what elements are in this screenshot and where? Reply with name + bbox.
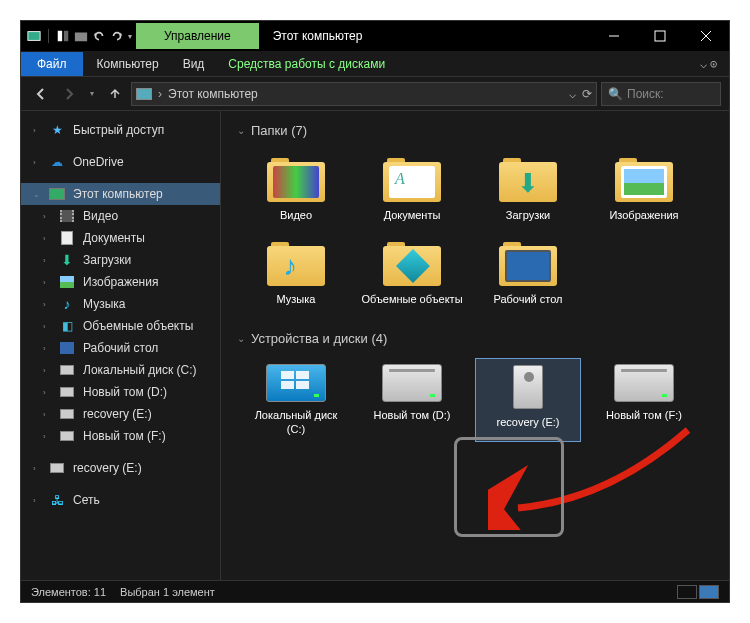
svg-rect-3 (75, 33, 87, 42)
undo-icon[interactable] (92, 29, 106, 43)
drive-d[interactable]: Новый том (D:) (359, 358, 465, 443)
sidebar-network[interactable]: ›🖧Сеть (21, 489, 220, 511)
address-bar[interactable]: › Этот компьютер ⌵ ⟳ (131, 82, 597, 106)
sidebar-item-downloads[interactable]: ›⬇Загрузки (21, 249, 220, 271)
sidebar-item-desktop[interactable]: ›Рабочий стол (21, 337, 220, 359)
folder-desktop[interactable]: Рабочий стол (475, 234, 581, 312)
breadcrumb[interactable]: Этот компьютер (168, 87, 258, 101)
star-icon: ★ (49, 122, 65, 138)
network-icon: 🖧 (49, 492, 65, 508)
drive-icon (59, 362, 75, 378)
svg-rect-5 (655, 31, 665, 41)
image-icon (59, 274, 75, 290)
pc-icon (136, 88, 152, 100)
explorer-icon (27, 29, 41, 43)
ribbon: Файл Компьютер Вид Средства работы с дис… (21, 51, 729, 77)
forward-button[interactable] (57, 82, 81, 106)
cloud-icon: ☁ (49, 154, 65, 170)
drive-icon (59, 428, 75, 444)
drive-icon (49, 460, 65, 476)
content-pane: ⌄Папки (7) Видео A Документы ⬇ Загрузки … (221, 111, 729, 580)
recent-dropdown[interactable]: ▾ (85, 82, 99, 106)
view-large-icons-button[interactable] (699, 585, 719, 599)
properties-icon[interactable] (56, 29, 70, 43)
search-icon: 🔍 (608, 87, 623, 101)
status-selection: Выбран 1 элемент (120, 586, 215, 598)
sidebar-item-3d[interactable]: ›◧Объемные объекты (21, 315, 220, 337)
ribbon-tab-computer[interactable]: Компьютер (85, 52, 171, 76)
group-folders-header[interactable]: ⌄Папки (7) (233, 117, 717, 144)
view-details-button[interactable] (677, 585, 697, 599)
sidebar-onedrive[interactable]: ›☁OneDrive (21, 151, 220, 173)
drive-f[interactable]: Новый том (F:) (591, 358, 697, 443)
up-button[interactable] (103, 82, 127, 106)
folder-3d-objects[interactable]: Объемные объекты (359, 234, 465, 312)
drive-icon (59, 406, 75, 422)
sidebar-this-pc[interactable]: ⌄Этот компьютер (21, 183, 220, 205)
search-placeholder: Поиск: (627, 87, 664, 101)
titlebar: ▾ Управление Этот компьютер (21, 21, 729, 51)
chevron-right-icon[interactable]: › (158, 87, 162, 101)
sidebar-item-recovery[interactable]: ›recovery (E:) (21, 403, 220, 425)
ribbon-tab-drive-tools[interactable]: Средства работы с дисками (216, 52, 397, 76)
redo-icon[interactable] (110, 29, 124, 43)
document-icon (59, 230, 75, 246)
sidebar-item-documents[interactable]: ›Документы (21, 227, 220, 249)
download-icon: ⬇ (59, 252, 75, 268)
maximize-button[interactable] (637, 21, 683, 51)
quick-access-toolbar: ▾ (21, 29, 132, 43)
back-button[interactable] (29, 82, 53, 106)
folder-videos[interactable]: Видео (243, 150, 349, 228)
chevron-down-icon: ⌄ (237, 125, 245, 136)
svg-rect-1 (58, 31, 62, 42)
drive-icon (59, 384, 75, 400)
qat-dropdown-icon[interactable]: ▾ (128, 32, 132, 41)
svg-rect-2 (64, 31, 68, 42)
ribbon-context-tab[interactable]: Управление (136, 23, 259, 49)
refresh-button[interactable]: ⟳ (582, 87, 592, 101)
folder-documents[interactable]: A Документы (359, 150, 465, 228)
svg-rect-0 (28, 32, 40, 41)
sidebar-item-c[interactable]: ›Локальный диск (C:) (21, 359, 220, 381)
search-box[interactable]: 🔍 Поиск: (601, 82, 721, 106)
folder-music[interactable]: ♪ Музыка (243, 234, 349, 312)
sidebar-item-d[interactable]: ›Новый том (D:) (21, 381, 220, 403)
sidebar-item-f[interactable]: ›Новый том (F:) (21, 425, 220, 447)
ribbon-tab-view[interactable]: Вид (171, 52, 217, 76)
address-dropdown[interactable]: ⌵ (569, 87, 576, 101)
drive-c[interactable]: Локальный диск (C:) (243, 358, 349, 443)
music-icon: ♪ (59, 296, 75, 312)
ribbon-expand-button[interactable]: ⌵ ⊙ (688, 57, 729, 71)
cube-icon: ◧ (59, 318, 75, 334)
group-drives-header[interactable]: ⌄Устройства и диски (4) (233, 325, 717, 352)
minimize-button[interactable] (591, 21, 637, 51)
sidebar-item-videos[interactable]: ›Видео (21, 205, 220, 227)
drive-recovery[interactable]: recovery (E:) (475, 358, 581, 443)
close-button[interactable] (683, 21, 729, 51)
sidebar-quick-access[interactable]: ›★Быстрый доступ (21, 119, 220, 141)
film-icon (59, 208, 75, 224)
sidebar-item-pictures[interactable]: ›Изображения (21, 271, 220, 293)
sidebar-item-music[interactable]: ›♪Музыка (21, 293, 220, 315)
nav-pane: ›★Быстрый доступ ›☁OneDrive ⌄Этот компью… (21, 111, 221, 580)
chevron-down-icon: ⌄ (237, 333, 245, 344)
folder-downloads[interactable]: ⬇ Загрузки (475, 150, 581, 228)
new-folder-icon[interactable] (74, 29, 88, 43)
ribbon-file-tab[interactable]: Файл (21, 52, 83, 76)
desktop-icon (59, 340, 75, 356)
folder-pictures[interactable]: Изображения (591, 150, 697, 228)
sidebar-recovery-ext[interactable]: ›recovery (E:) (21, 457, 220, 479)
explorer-window: ▾ Управление Этот компьютер Файл Компьют… (20, 20, 730, 603)
status-item-count: Элементов: 11 (31, 586, 106, 598)
nav-bar: ▾ › Этот компьютер ⌵ ⟳ 🔍 Поиск: (21, 77, 729, 111)
status-bar: Элементов: 11 Выбран 1 элемент (21, 580, 729, 602)
window-title: Этот компьютер (273, 29, 363, 43)
pc-icon (49, 186, 65, 202)
